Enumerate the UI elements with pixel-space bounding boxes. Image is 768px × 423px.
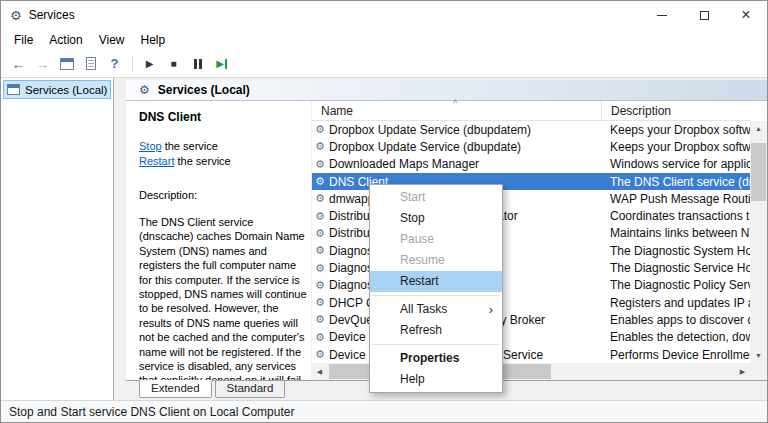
context-menu-item-restart[interactable]: Restart ›	[370, 271, 502, 292]
status-text: Stop and Start service DNS Client on Loc…	[9, 405, 294, 419]
minimize-button[interactable]	[641, 1, 683, 29]
service-gear-icon: ⚙	[312, 332, 329, 343]
export-list-icon[interactable]	[79, 53, 102, 75]
pause-glyph	[194, 59, 202, 69]
service-gear-icon: ⚙	[312, 124, 329, 135]
context-menu-item-help[interactable]: Help ›	[370, 369, 502, 390]
services-node-icon	[7, 84, 20, 95]
toolbar: ← → ? ▶ ■ ▶	[1, 50, 767, 78]
service-description: The DNS Client service (dnsca	[599, 175, 750, 189]
menu-item-label: Help	[400, 372, 425, 386]
window-title: Services	[29, 8, 75, 22]
context-menu-item-refresh[interactable]: Refresh ›	[370, 320, 502, 341]
service-row[interactable]: ⚙ Dropbox Update Service (dbupdatem) Kee…	[312, 121, 750, 138]
toolbar-separator	[132, 56, 133, 72]
start-service-icon[interactable]: ▶	[138, 53, 161, 75]
scroll-up-icon[interactable]: ▲	[750, 121, 767, 136]
service-name: Dropbox Update Service (dbupdate)	[329, 140, 599, 154]
vertical-scroll-thumb[interactable]	[751, 143, 766, 201]
service-gear-icon: ⚙	[312, 263, 329, 274]
menu-file[interactable]: File	[6, 29, 41, 50]
submenu-arrow-icon: ›	[489, 299, 493, 320]
service-gear-icon: ⚙	[312, 159, 329, 170]
service-gear-icon: ⚙	[312, 141, 329, 152]
tab-extended[interactable]: Extended	[139, 380, 212, 398]
services-window: ⚙ Services × File Action View Help ← → ?…	[0, 0, 768, 423]
status-bar: Stop and Start service DNS Client on Loc…	[1, 400, 767, 422]
service-gear-icon: ⚙	[312, 280, 329, 291]
service-gear-icon: ⚙	[312, 176, 329, 187]
context-menu-item-all-tasks[interactable]: All Tasks ›	[370, 299, 502, 320]
service-description: WAP Push Message Routing S	[599, 192, 750, 206]
service-description: Coordinates transactions that	[599, 209, 750, 223]
tree-item-services-local[interactable]: Services (Local)	[3, 80, 111, 99]
menu-help[interactable]: Help	[133, 29, 174, 50]
forward-icon[interactable]: →	[31, 53, 54, 75]
back-icon[interactable]: ←	[7, 53, 30, 75]
tab-standard[interactable]: Standard	[215, 381, 286, 398]
service-description: Performs Device Enrollment A	[599, 348, 750, 362]
context-menu-item-pause[interactable]: Pause ›	[370, 229, 502, 250]
menu-action[interactable]: Action	[41, 29, 90, 50]
context-menu-item-resume[interactable]: Resume ›	[370, 250, 502, 271]
menu-item-label: Pause	[400, 232, 434, 246]
context-menu: Start › Stop › Pause › Resume › Restart …	[369, 184, 503, 393]
service-gear-icon: ⚙	[312, 297, 329, 308]
service-description: Registers and updates IP addr	[599, 296, 750, 310]
scrollbar-corner	[750, 363, 767, 380]
maximize-icon	[700, 11, 709, 20]
service-gear-icon: ⚙	[312, 245, 329, 256]
service-gear-icon: ⚙	[312, 314, 329, 325]
close-button[interactable]: ×	[725, 1, 767, 29]
stop-service-link[interactable]: Stop	[139, 140, 162, 152]
pause-service-icon[interactable]	[186, 53, 209, 75]
list-header: Name ^ Description	[312, 101, 750, 121]
service-name: Dropbox Update Service (dbupdatem)	[329, 123, 599, 137]
show-console-tree-icon[interactable]	[55, 53, 78, 75]
service-gear-icon: ⚙	[312, 228, 329, 239]
context-menu-item-stop[interactable]: Stop ›	[370, 208, 502, 229]
menu-view[interactable]: View	[91, 29, 133, 50]
stop-service-line: Stop the service	[139, 139, 307, 154]
description-text: The DNS Client service (dnscache) caches…	[139, 215, 307, 380]
banner-title: Services (Local)	[158, 83, 250, 97]
tree-item-label: Services (Local)	[25, 84, 107, 96]
selected-service-title: DNS Client	[139, 110, 307, 124]
menu-item-label: Restart	[400, 274, 439, 288]
scroll-down-icon[interactable]: ▼	[750, 348, 767, 363]
console-tree-pane: Services (Local)	[1, 78, 114, 400]
column-header-description[interactable]: Description	[602, 101, 750, 120]
scroll-left-icon[interactable]: ◀	[312, 363, 327, 380]
maximize-button[interactable]	[683, 1, 725, 29]
service-row[interactable]: ⚙ Dropbox Update Service (dbupdate) Keep…	[312, 138, 750, 155]
service-description: The Diagnostic Policy Service	[599, 278, 750, 292]
context-menu-item-properties[interactable]: Properties ›	[370, 348, 502, 369]
service-description: Enables apps to discover devi	[599, 313, 750, 327]
restart-service-link[interactable]: Restart	[139, 155, 174, 167]
description-label: Description:	[139, 189, 307, 201]
context-menu-item-start[interactable]: Start ›	[370, 187, 502, 208]
service-detail-pane: DNS Client Stop the service Restart the …	[126, 101, 312, 380]
service-description: Maintains links between NTFS	[599, 226, 750, 240]
banner-services-icon: ⚙	[139, 84, 150, 96]
menu-item-label: Stop	[400, 211, 425, 225]
service-row[interactable]: ⚙ Downloaded Maps Manager Windows servic…	[312, 156, 750, 173]
service-gear-icon: ⚙	[312, 211, 329, 222]
result-banner: ⚙ Services (Local)	[126, 80, 767, 101]
menu-separator	[372, 295, 500, 296]
restart-service-icon[interactable]: ▶	[210, 53, 233, 75]
restart-glyph: ▶	[216, 59, 227, 69]
scroll-right-icon[interactable]: ▶	[735, 363, 750, 380]
service-description: Enables the detection, downlo	[599, 330, 750, 344]
vertical-scrollbar[interactable]: ▲ ▼	[750, 121, 767, 363]
help-icon[interactable]: ?	[103, 53, 126, 75]
service-description: Keeps your Dropbox software	[599, 140, 750, 154]
minimize-icon	[657, 15, 667, 16]
services-app-icon: ⚙	[10, 9, 22, 22]
titlebar: ⚙ Services ×	[1, 1, 767, 29]
restart-service-line: Restart the service	[139, 154, 307, 169]
caption-buttons: ×	[641, 1, 767, 29]
service-description: Keeps your Dropbox software	[599, 123, 750, 137]
menu-item-label: Resume	[400, 253, 445, 267]
stop-service-icon[interactable]: ■	[162, 53, 185, 75]
